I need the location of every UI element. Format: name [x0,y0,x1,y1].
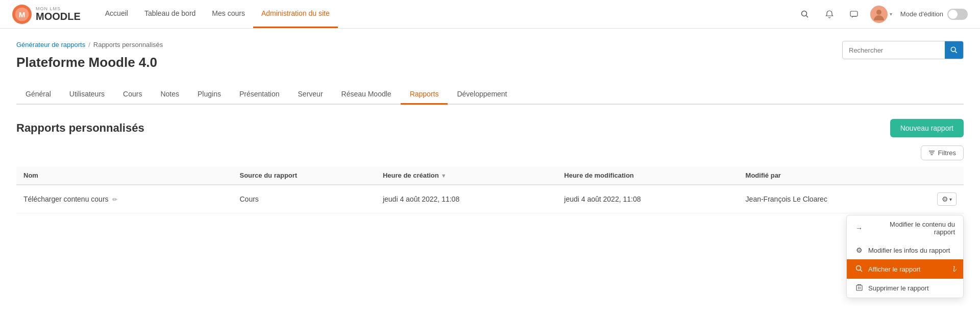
action-dropdown-menu: → Modifier le contenu du rapport ⚙ Modif… [846,215,964,298]
breadcrumb-parent-link[interactable]: Générateur de rapports [16,41,85,48]
tab-general[interactable]: Général [16,85,60,105]
main-content: Générateur de rapports / Rapports person… [0,29,980,317]
avatar-icon [872,7,886,21]
search-submit-icon [950,46,958,54]
col-heure-modification: Heure de modification [557,166,738,185]
tab-serveur[interactable]: Serveur [289,85,332,105]
cursor-pointer-icon: 𝓵 [952,264,955,274]
dropdown-label-modifier-infos: Modifier les infos du rapport [868,247,950,254]
arrow-right-icon: → [855,224,863,232]
tabs-bar: Général Utilisateurs Cours Notes Plugins… [16,85,964,105]
search-input[interactable] [843,46,945,54]
action-gear-button[interactable]: ⚙ ▾ [937,192,957,206]
filters-row: Filtres [16,145,964,160]
logo[interactable]: M MON LMS MOODLE [12,5,81,24]
search-icon-btn[interactable] [797,6,813,22]
bell-icon [825,10,834,18]
logo-icon: M [12,5,32,24]
col-actions [930,166,964,185]
svg-line-8 [955,51,957,53]
notifications-icon-btn[interactable] [821,6,838,22]
messages-icon-btn[interactable] [846,6,862,22]
chat-icon [850,10,858,18]
edit-mode-area: Mode d'édition [900,9,968,20]
dropdown-label-supprimer: Supprimer le rapport [868,284,929,292]
search-icon [801,10,809,18]
dropdown-label-afficher: Afficher le rapport [868,265,920,273]
svg-point-12 [856,265,861,270]
trash-icon [855,284,863,292]
edit-mode-toggle[interactable] [947,9,968,20]
breadcrumb: Générateur de rapports / Rapports person… [16,41,163,48]
view-icon [855,265,863,274]
filters-label: Filtres [938,149,956,157]
cell-heure-modification: jeudi 4 août 2022, 11:08 [557,185,738,213]
title-row: Générateur de rapports / Rapports person… [16,41,964,81]
tab-plugins[interactable]: Plugins [188,85,230,105]
settings-icon: ⚙ [855,246,863,254]
search-box [842,41,964,59]
section-header: Rapports personnalisés Nouveau rapport [16,119,964,137]
dropdown-label-modifier-contenu: Modifier le contenu du rapport [868,221,955,236]
magnifier-icon [855,265,863,272]
gear-icon: ⚙ [942,195,948,203]
tab-notes[interactable]: Notes [151,85,188,105]
dropdown-item-afficher[interactable]: Afficher le rapport 𝓵 [847,259,963,279]
edit-name-icon[interactable]: ✏ [112,196,117,203]
svg-point-7 [951,47,955,52]
dropdown-item-modifier-infos[interactable]: ⚙ Modifier les infos du rapport [847,241,963,259]
dropdown-item-modifier-contenu[interactable]: → Modifier le contenu du rapport [847,215,963,241]
chevron-down-icon: ▾ [890,11,892,17]
col-nom: Nom [16,166,232,185]
table-header: Nom Source du rapport Heure de création … [16,166,964,185]
nav-accueil[interactable]: Accueil [97,0,136,28]
top-navigation: M MON LMS MOODLE Accueil Tableau de bord… [0,0,980,29]
breadcrumb-current: Rapports personnalisés [93,41,163,48]
tab-utilisateurs[interactable]: Utilisateurs [60,85,114,105]
dropdown-item-supprimer[interactable]: Supprimer le rapport [847,279,963,298]
logo-text: MON LMS MOODLE [36,7,81,21]
nav-administration-du-site[interactable]: Administration du site [253,0,338,28]
col-source: Source du rapport [232,166,375,185]
svg-line-4 [806,15,808,17]
breadcrumb-separator: / [88,41,90,48]
tab-rapports[interactable]: Rapports [401,85,448,105]
svg-rect-14 [856,285,862,290]
new-report-button[interactable]: Nouveau rapport [890,119,964,137]
cell-actions: ⚙ ▾ → Modifier le contenu du rapport ⚙ M… [930,185,964,213]
tab-presentation[interactable]: Présentation [230,85,289,105]
page-title: Plateforme Moodle 4.0 [16,55,163,70]
nav-tableau-de-bord[interactable]: Tableau de bord [136,0,204,28]
tab-reseau-moodle[interactable]: Réseau Moodle [332,85,401,105]
section-title: Rapports personnalisés [16,121,144,135]
filter-icon [928,150,935,156]
nav-mes-cours[interactable]: Mes cours [204,0,253,28]
avatar [870,6,888,23]
col-heure-creation[interactable]: Heure de création ▼ [376,166,557,185]
breadcrumb-title-area: Générateur de rapports / Rapports person… [16,41,163,81]
cell-source: Cours [232,185,375,213]
cell-nom: Télécharger contenu cours ✏ [16,185,232,213]
gear-dropdown-arrow: ▾ [949,197,952,202]
filters-button[interactable]: Filtres [921,145,964,160]
table-row: Télécharger contenu cours ✏ Cours jeudi … [16,185,964,213]
svg-point-6 [876,10,881,15]
svg-rect-5 [850,11,857,16]
reports-table: Nom Source du rapport Heure de création … [16,166,964,213]
main-nav: Accueil Tableau de bord Mes cours Admini… [97,0,338,28]
sort-arrow-creation: ▼ [441,173,447,179]
tab-cours[interactable]: Cours [114,85,151,105]
user-avatar-area[interactable]: ▾ [870,6,892,23]
cell-modifie-par: Jean-François Le Cloarec [739,185,930,213]
tab-developpement[interactable]: Développement [448,85,516,105]
svg-line-13 [861,270,863,272]
cell-heure-creation: jeudi 4 août 2022, 11:08 [376,185,557,213]
delete-icon [856,284,863,291]
svg-text:M: M [19,10,26,18]
svg-point-3 [801,11,806,16]
search-button[interactable] [945,41,963,59]
table-body: Télécharger contenu cours ✏ Cours jeudi … [16,185,964,213]
edit-mode-label: Mode d'édition [900,10,943,18]
topnav-right: ▾ Mode d'édition [797,6,968,23]
col-modifie-par: Modifié par [739,166,930,185]
